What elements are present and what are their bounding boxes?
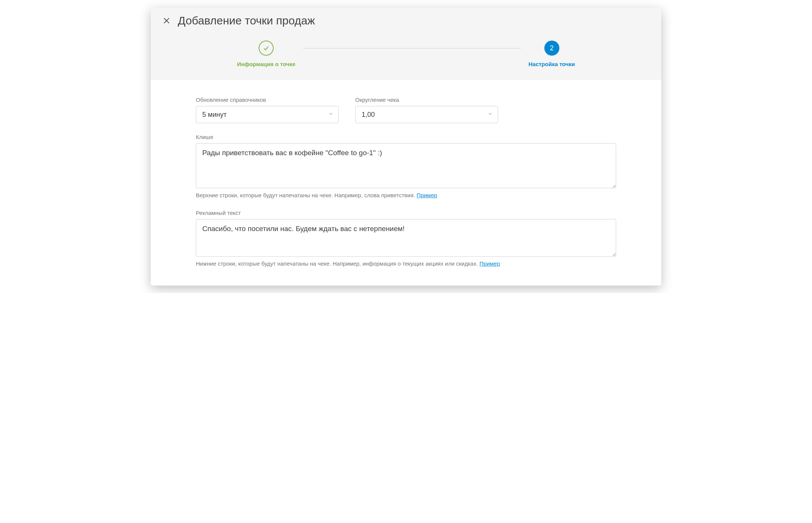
link-ad-text-example[interactable]: Пример xyxy=(480,260,500,267)
step-circle-current: 2 xyxy=(544,41,559,56)
label-cliche: Клише xyxy=(196,134,616,140)
step-number: 2 xyxy=(550,44,554,52)
select-rounding[interactable]: 1,00 xyxy=(355,106,498,123)
field-update-refs: Обновление справочников 5 минут xyxy=(196,97,339,123)
modal-body: Обновление справочников 5 минут Округлен… xyxy=(151,80,661,286)
step-info[interactable]: Информация о точке xyxy=(237,41,295,67)
stepper: Информация о точке 2 Настройка точки xyxy=(162,36,650,80)
select-update-refs[interactable]: 5 минут xyxy=(196,106,339,123)
field-rounding: Округление чека 1,00 xyxy=(355,97,498,123)
close-button[interactable] xyxy=(162,16,171,25)
group-cliche: Клише Верхние строки, которые будут напе… xyxy=(196,134,616,198)
field-ad-text: Рекламный текст Нижние строки, которые б… xyxy=(196,210,616,267)
label-ad-text: Рекламный текст xyxy=(196,210,616,216)
help-ad-text-text: Нижние строки, которые будут напечатаны … xyxy=(196,260,480,267)
label-update-refs: Обновление справочников xyxy=(196,97,339,103)
check-icon xyxy=(262,44,270,52)
field-cliche: Клише Верхние строки, которые будут напе… xyxy=(196,134,616,198)
select-value-update-refs: 5 минут xyxy=(202,111,227,119)
step-settings[interactable]: 2 Настройка точки xyxy=(529,41,575,67)
help-cliche: Верхние строки, которые будут напечатаны… xyxy=(196,192,616,198)
row-selects: Обновление справочников 5 минут Округлен… xyxy=(196,97,616,123)
select-value-rounding: 1,00 xyxy=(362,111,375,119)
step-label-info: Информация о точке xyxy=(237,61,295,67)
help-cliche-text: Верхние строки, которые будут напечатаны… xyxy=(196,192,417,198)
modal-header: Добавление точки продаж Информация о точ… xyxy=(151,8,661,80)
modal-title: Добавление точки продаж xyxy=(178,14,315,27)
help-ad-text: Нижние строки, которые будут напечатаны … xyxy=(196,260,616,267)
step-label-settings: Настройка точки xyxy=(529,61,575,67)
link-cliche-example[interactable]: Пример xyxy=(417,192,437,198)
label-rounding: Округление чека xyxy=(355,97,498,103)
close-icon xyxy=(163,17,170,24)
step-circle-done xyxy=(259,41,274,56)
modal-add-sales-point: Добавление точки продаж Информация о точ… xyxy=(151,8,661,286)
textarea-ad-text[interactable] xyxy=(196,219,616,257)
select-wrap-update-refs: 5 минут xyxy=(196,106,339,123)
select-wrap-rounding: 1,00 xyxy=(355,106,498,123)
step-connector xyxy=(303,48,521,48)
header-top: Добавление точки продаж xyxy=(162,14,650,36)
group-ad-text: Рекламный текст Нижние строки, которые б… xyxy=(196,210,616,267)
textarea-cliche[interactable] xyxy=(196,143,616,188)
